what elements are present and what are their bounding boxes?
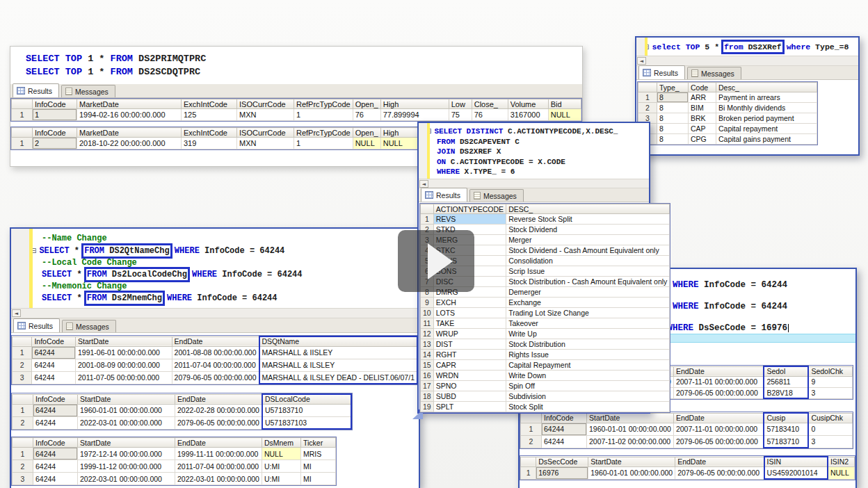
grid-cell[interactable]: 1991-06-01 00:00:00.000: [76, 346, 172, 359]
grid-cell[interactable]: MARSHALL & ILSLEY DEAD - DELIST.06/07/1: [259, 371, 417, 384]
grid-cell[interactable]: U57183710: [262, 404, 351, 416]
grid-cell[interactable]: 77.899994: [380, 109, 449, 121]
grid-cell[interactable]: 1960-01-01 00:00:00.000: [78, 404, 175, 416]
scroll-left-icon[interactable]: ◄: [12, 309, 21, 317]
grid-cell[interactable]: Stock Dividend - Cash Amount Equivalent …: [506, 245, 670, 256]
row-number[interactable]: 14: [421, 350, 434, 360]
row-number[interactable]: 10: [421, 308, 434, 318]
column-header[interactable]: EndDate: [172, 336, 259, 346]
horizontal-scrollbar[interactable]: ◄: [11, 308, 419, 318]
grid-cell[interactable]: Capital gains payment: [716, 134, 817, 145]
row-number[interactable]: 2: [13, 460, 33, 473]
grid-cell[interactable]: 8: [657, 92, 689, 103]
corner-header[interactable]: [12, 128, 33, 138]
grid-cell[interactable]: 2011-07-04 00:00:00.000: [172, 359, 259, 371]
grid-cell[interactable]: Demerger: [506, 287, 670, 298]
column-header[interactable]: EndDate: [673, 366, 764, 376]
grid-cell[interactable]: 64244: [33, 416, 78, 429]
column-header[interactable]: InfoCode: [33, 438, 78, 448]
column-header[interactable]: InfoCode: [33, 128, 77, 138]
grid-cell[interactable]: U:MI: [262, 473, 300, 485]
grid-cell[interactable]: MARSHALL & ILSLEY: [259, 359, 417, 371]
grid-cell[interactable]: 64244: [33, 404, 78, 416]
row-number[interactable]: 11: [421, 318, 434, 329]
column-header[interactable]: RefPrcTypCode: [294, 128, 353, 138]
grid-cell[interactable]: 3167000: [508, 109, 548, 121]
grid-cell[interactable]: 1999-11-12 00:00:00.000: [78, 460, 175, 473]
corner-header[interactable]: [521, 457, 536, 466]
grid-cell[interactable]: 2022-03-01 00:00:00.000: [175, 473, 262, 485]
column-header[interactable]: EndDate: [673, 413, 764, 423]
grid-cell[interactable]: 64244: [33, 448, 78, 460]
row-number[interactable]: 2: [13, 416, 33, 429]
column-header[interactable]: CusipChk: [808, 413, 852, 423]
grid-cell[interactable]: 2079-06-05 00:00:00.000: [673, 435, 764, 448]
column-header[interactable]: Open_: [353, 99, 380, 109]
corner-header[interactable]: [638, 83, 657, 92]
column-header[interactable]: InfoCode: [33, 99, 77, 109]
row-number[interactable]: 1: [521, 423, 542, 435]
grid-cell[interactable]: 2001-08-09 00:00:00.000: [76, 359, 172, 371]
tab-results[interactable]: Results: [638, 65, 685, 79]
grid-cell[interactable]: 1: [33, 109, 77, 121]
column-header[interactable]: Desc_: [716, 83, 817, 92]
column-header[interactable]: DsMnem: [262, 438, 300, 448]
sql-editor[interactable]: ⊟select TOP 5 * from DS2XRef where Type_…: [636, 38, 858, 56]
grid-cell[interactable]: 8: [657, 124, 689, 134]
grid-cell[interactable]: MARSHALL & IISLEY: [259, 346, 417, 359]
grid-cell[interactable]: 2011-07-05 00:00:00.000: [76, 371, 172, 384]
grid-cell[interactable]: SPLT: [433, 402, 506, 412]
column-header[interactable]: EndDate: [175, 438, 262, 448]
column-header[interactable]: InfoCode: [32, 336, 76, 346]
grid-cell[interactable]: 2007-11-01 00:00:00.000: [673, 376, 764, 387]
grid-cell[interactable]: BIM: [689, 103, 716, 113]
grid-cell[interactable]: Exchange: [506, 298, 670, 308]
column-header[interactable]: SedolChk: [808, 366, 852, 376]
row-number[interactable]: 1: [12, 138, 33, 149]
tab-results[interactable]: Results: [13, 83, 59, 97]
grid-cell[interactable]: 8: [657, 103, 689, 113]
tab-messages[interactable]: Messages: [687, 67, 741, 79]
grid-cell[interactable]: 1: [294, 138, 353, 149]
column-header[interactable]: ISOCurrCode: [237, 128, 294, 138]
grid-cell[interactable]: 64244: [33, 473, 78, 485]
grid-cell[interactable]: 2022-02-28 00:00:00.000: [175, 404, 262, 416]
grid-cell[interactable]: Stock Dividend: [506, 225, 670, 235]
grid-cell[interactable]: 1972-12-14 00:00:00.000: [78, 448, 175, 460]
grid-cell[interactable]: 76: [353, 109, 380, 121]
grid-cell[interactable]: CPG: [689, 134, 716, 145]
row-number[interactable]: 12: [421, 329, 434, 339]
grid-cell[interactable]: 64244: [32, 371, 76, 384]
grid-cell[interactable]: 8: [657, 113, 689, 124]
grid-cell[interactable]: 8: [657, 134, 689, 145]
grid-cell[interactable]: 256811: [764, 376, 808, 387]
column-header[interactable]: Close_: [472, 99, 508, 109]
column-header[interactable]: Sedol: [764, 366, 808, 376]
grid-cell[interactable]: Scrip Issue: [506, 266, 670, 277]
horizontal-scrollbar[interactable]: ◄: [419, 179, 649, 188]
tab-messages[interactable]: Messages: [62, 320, 116, 332]
column-header[interactable]: ISIN2: [828, 457, 855, 466]
tab-results[interactable]: Results: [421, 188, 467, 202]
grid-cell[interactable]: 1960-01-01 00:00:00.000: [588, 466, 675, 479]
grid-cell[interactable]: 3: [808, 387, 852, 398]
grid-cell[interactable]: Spin Off: [506, 381, 670, 391]
column-header[interactable]: Open_: [353, 128, 380, 138]
grid-cell[interactable]: Broken period payment: [716, 113, 817, 124]
grid-cell[interactable]: Consolidation: [506, 256, 670, 266]
grid-cell[interactable]: 64244: [32, 346, 76, 359]
grid-cell[interactable]: NULL: [262, 448, 300, 460]
row-number[interactable]: 1: [13, 404, 33, 416]
grid-cell[interactable]: 16976: [536, 466, 588, 479]
row-number[interactable]: 1: [12, 109, 33, 121]
grid-cell[interactable]: MRIS: [300, 448, 335, 460]
column-header[interactable]: ACTIONTYPECODE: [433, 204, 506, 214]
grid-cell[interactable]: 2007-11-01 00:00:00.000: [673, 423, 764, 435]
row-number[interactable]: 1: [521, 466, 536, 479]
grid-cell[interactable]: SPNO: [433, 381, 506, 391]
tab-messages[interactable]: Messages: [61, 85, 115, 97]
grid-cell[interactable]: U571837103: [262, 416, 351, 429]
column-header[interactable]: Cusip: [764, 413, 808, 423]
grid-cell[interactable]: Capital Repayment: [506, 360, 670, 371]
row-number[interactable]: 1: [638, 92, 657, 103]
